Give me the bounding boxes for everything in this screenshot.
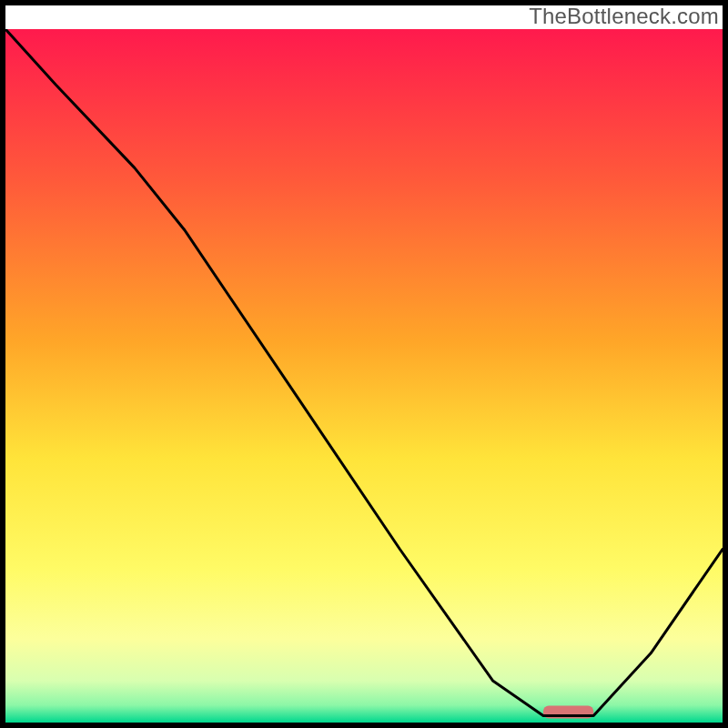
chart-frame: TheBottleneck.com xyxy=(0,0,728,728)
chart-svg xyxy=(5,29,723,723)
watermark-text: TheBottleneck.com xyxy=(529,4,719,29)
chart-plot-area xyxy=(5,29,723,723)
chart-background xyxy=(5,29,723,723)
